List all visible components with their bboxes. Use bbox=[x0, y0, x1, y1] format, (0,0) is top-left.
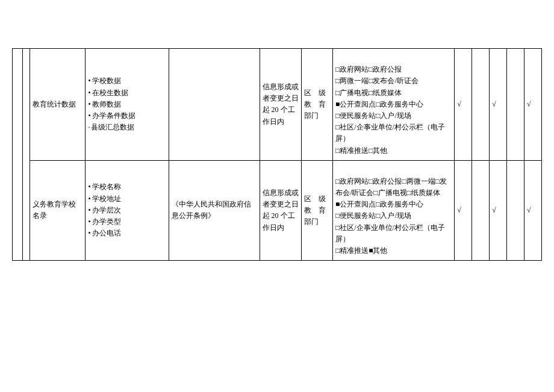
disclosure-table: 教育统计数据 学校数据 在校生数据 教师数据 办学条件数据 县级汇总数据 信息形… bbox=[12, 48, 542, 261]
leading-cell-2 bbox=[23, 49, 30, 261]
content-item: 办学条件数据 bbox=[88, 110, 166, 122]
check-mark: √ bbox=[492, 100, 496, 108]
check-cell bbox=[507, 160, 524, 261]
time-text: 信息形成或者变更之日起 20 个工作日内 bbox=[263, 188, 299, 232]
content-item: 办公电话 bbox=[88, 228, 166, 239]
content-item: 县级汇总数据 bbox=[88, 122, 166, 133]
channel-cell: □政府网站□政府公报 □两微一端□发布会/听证会 □广播电视□纸质媒体 ■公开查… bbox=[332, 49, 454, 161]
time-cell: 信息形成或者变更之日起 20 个工作日内 bbox=[260, 49, 301, 161]
content-cell: 学校名称 学校地址 办学层次 办学类型 办公电话 bbox=[86, 160, 169, 261]
basis-text: 《中华人民共和国政府信息公开条例》 bbox=[172, 200, 251, 220]
content-list: 学校数据 在校生数据 教师数据 办学条件数据 县级汇总数据 bbox=[88, 75, 166, 133]
time-text: 信息形成或者变更之日起 20 个工作日内 bbox=[263, 82, 299, 126]
content-item: 在校生数据 bbox=[88, 87, 166, 99]
item-name: 义务教育学校名录 bbox=[33, 200, 76, 220]
content-item: 办学层次 bbox=[88, 205, 166, 216]
check-cell: √ bbox=[490, 49, 507, 161]
check-mark: √ bbox=[527, 206, 531, 214]
basis-cell: 《中华人民共和国政府信息公开条例》 bbox=[169, 160, 260, 261]
channel-text: □政府网站□政府公报 □两微一端□发布会/听证会 □广播电视□纸质媒体 ■公开查… bbox=[335, 65, 445, 154]
subject-text: 区 级教 育部门 bbox=[304, 89, 326, 120]
content-item: 办学类型 bbox=[88, 216, 166, 228]
check-mark: √ bbox=[457, 100, 461, 108]
item-name-cell: 义务教育学校名录 bbox=[30, 160, 86, 261]
content-cell: 学校数据 在校生数据 教师数据 办学条件数据 县级汇总数据 bbox=[86, 49, 169, 161]
channel-text: □政府网站□政府公报□两微一端□发布会/听证会□广播电视□纸质媒体 ■公开查阅点… bbox=[335, 177, 447, 255]
subject-text: 区 级教 育部门 bbox=[304, 194, 326, 226]
leading-cell-1 bbox=[13, 49, 23, 261]
table-row: 义务教育学校名录 学校名称 学校地址 办学层次 办学类型 办公电话 《中华人民共… bbox=[13, 160, 542, 261]
content-item: 学校地址 bbox=[88, 193, 166, 205]
check-mark: √ bbox=[527, 100, 531, 108]
item-name-cell: 教育统计数据 bbox=[30, 49, 86, 161]
content-item: 教师数据 bbox=[88, 99, 166, 110]
check-cell: √ bbox=[455, 160, 472, 261]
content-item: 学校数据 bbox=[88, 75, 166, 87]
check-cell: √ bbox=[524, 49, 541, 161]
check-cell bbox=[472, 160, 490, 261]
check-cell bbox=[507, 49, 524, 161]
time-cell: 信息形成或者变更之日起 20 个工作日内 bbox=[260, 160, 301, 261]
check-mark: √ bbox=[457, 206, 461, 214]
subject-cell: 区 级教 育部门 bbox=[301, 160, 332, 261]
item-name: 教育统计数据 bbox=[33, 100, 76, 108]
subject-cell: 区 级教 育部门 bbox=[301, 49, 332, 161]
check-cell: √ bbox=[524, 160, 541, 261]
check-cell bbox=[472, 49, 490, 161]
content-item: 学校名称 bbox=[88, 181, 166, 193]
check-cell: √ bbox=[490, 160, 507, 261]
check-cell: √ bbox=[455, 49, 472, 161]
table-row: 教育统计数据 学校数据 在校生数据 教师数据 办学条件数据 县级汇总数据 信息形… bbox=[13, 49, 542, 161]
basis-cell bbox=[169, 49, 260, 161]
check-mark: √ bbox=[492, 206, 496, 214]
content-list: 学校名称 学校地址 办学层次 办学类型 办公电话 bbox=[88, 181, 166, 239]
channel-cell: □政府网站□政府公报□两微一端□发布会/听证会□广播电视□纸质媒体 ■公开查阅点… bbox=[332, 160, 454, 261]
